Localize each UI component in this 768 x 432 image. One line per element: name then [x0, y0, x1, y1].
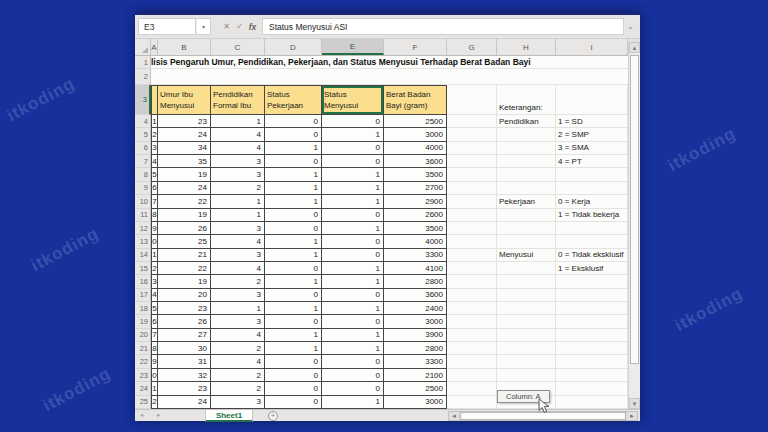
cell-B17[interactable]: 20	[158, 289, 211, 302]
column-header-C[interactable]: C	[211, 39, 265, 55]
cell-H23[interactable]	[497, 369, 556, 382]
cell-G6[interactable]	[447, 142, 497, 155]
cell-I9[interactable]	[556, 182, 628, 195]
cell-E7[interactable]: 0	[322, 155, 384, 168]
cell-G22[interactable]	[447, 355, 497, 368]
cell-I19[interactable]	[556, 315, 628, 328]
cell-C19[interactable]: 3	[211, 315, 265, 328]
cell-G23[interactable]	[447, 369, 497, 382]
cell-A10[interactable]: 7	[151, 195, 158, 208]
cell-E4[interactable]: 0	[322, 115, 384, 128]
cell-F21[interactable]: 2800	[384, 342, 447, 355]
cell-G15[interactable]	[447, 262, 497, 275]
cell-G7[interactable]	[447, 155, 497, 168]
cell-G11[interactable]	[447, 209, 497, 222]
column-header-I[interactable]: I	[556, 39, 628, 55]
cell-I8[interactable]	[556, 168, 628, 181]
cell-D8[interactable]: 1	[265, 168, 322, 181]
cell-A23[interactable]: 0	[151, 369, 158, 382]
cell-row2[interactable]	[151, 69, 628, 85]
cell-E20[interactable]: 1	[322, 329, 384, 342]
cell-F4[interactable]: 2500	[384, 115, 447, 128]
cell-F20[interactable]: 3900	[384, 329, 447, 342]
cell-A17[interactable]: 4	[151, 289, 158, 302]
cell-G16[interactable]	[447, 275, 497, 288]
cell-A18[interactable]: 5	[151, 302, 158, 315]
cell-C15[interactable]: 4	[211, 262, 265, 275]
cell-I10[interactable]: 0 = Kerja	[556, 195, 628, 208]
cell-G13[interactable]	[447, 235, 497, 248]
row-header-20[interactable]: 20	[135, 329, 151, 342]
cell-E25[interactable]: 1	[322, 396, 384, 409]
row-header-4[interactable]: 4	[135, 115, 151, 128]
cell-F9[interactable]: 2700	[384, 182, 447, 195]
cell-B6[interactable]: 34	[158, 142, 211, 155]
cell-E6[interactable]: 0	[322, 142, 384, 155]
cell-H8[interactable]	[497, 168, 556, 181]
cell-C4[interactable]: 1	[211, 115, 265, 128]
cell-D21[interactable]: 1	[265, 342, 322, 355]
cell-E3[interactable]: Status Menyusui	[322, 85, 384, 115]
cell-C23[interactable]: 2	[211, 369, 265, 382]
cell-C20[interactable]: 4	[211, 329, 265, 342]
cell-I18[interactable]	[556, 302, 628, 315]
cell-C16[interactable]: 2	[211, 275, 265, 288]
row-header-13[interactable]: 13	[135, 235, 151, 248]
row-header-7[interactable]: 7	[135, 155, 151, 168]
cell-H10[interactable]: Pekerjaan	[497, 195, 556, 208]
cell-I5[interactable]: 2 = SMP	[556, 128, 628, 141]
cell-B23[interactable]: 32	[158, 369, 211, 382]
cell-H15[interactable]	[497, 262, 556, 275]
row-header-1[interactable]: 1	[135, 56, 151, 69]
insert-function-icon[interactable]: fx	[246, 18, 259, 35]
cell-F15[interactable]: 4100	[384, 262, 447, 275]
cell-I14[interactable]: 0 = Tidak eksklusif	[556, 249, 628, 262]
cell-E11[interactable]: 0	[322, 209, 384, 222]
cell-B21[interactable]: 30	[158, 342, 211, 355]
cell-I16[interactable]	[556, 275, 628, 288]
cell-E19[interactable]: 0	[322, 315, 384, 328]
cell-E24[interactable]: 0	[322, 382, 384, 395]
cell-F12[interactable]: 3500	[384, 222, 447, 235]
cell-C25[interactable]: 3	[211, 396, 265, 409]
cell-F19[interactable]: 3000	[384, 315, 447, 328]
row-header-3[interactable]: 3	[135, 85, 151, 115]
name-box-dropdown-icon[interactable]: ▾	[196, 18, 211, 35]
cell-G3[interactable]	[447, 85, 497, 115]
cell-C11[interactable]: 1	[211, 209, 265, 222]
cell-I7[interactable]: 4 = PT	[556, 155, 628, 168]
cell-C22[interactable]: 4	[211, 355, 265, 368]
cell-D17[interactable]: 0	[265, 289, 322, 302]
cell-C6[interactable]: 4	[211, 142, 265, 155]
cell-F7[interactable]: 3600	[384, 155, 447, 168]
cell-B5[interactable]: 24	[158, 128, 211, 141]
cell-F6[interactable]: 4000	[384, 142, 447, 155]
cell-B16[interactable]: 19	[158, 275, 211, 288]
cell-A8[interactable]: 5	[151, 168, 158, 181]
cell-H13[interactable]	[497, 235, 556, 248]
row-header-12[interactable]: 12	[135, 222, 151, 235]
cell-G8[interactable]	[447, 168, 497, 181]
cell-H14[interactable]: Menyusui	[497, 249, 556, 262]
cell-A13[interactable]: 0	[151, 235, 158, 248]
cell-H6[interactable]	[497, 142, 556, 155]
row-header-15[interactable]: 15	[135, 262, 151, 275]
row-header-9[interactable]: 9	[135, 182, 151, 195]
cell-D7[interactable]: 0	[265, 155, 322, 168]
row-header-5[interactable]: 5	[135, 128, 151, 141]
column-header-G[interactable]: G	[447, 39, 497, 55]
cell-A20[interactable]: 7	[151, 329, 158, 342]
cell-A14[interactable]: 1	[151, 249, 158, 262]
cell-F10[interactable]: 2900	[384, 195, 447, 208]
cell-E18[interactable]: 1	[322, 302, 384, 315]
cell-F14[interactable]: 3300	[384, 249, 447, 262]
cell-C8[interactable]: 3	[211, 168, 265, 181]
cell-H12[interactable]	[497, 222, 556, 235]
cell-D14[interactable]: 1	[265, 249, 322, 262]
cell-G10[interactable]	[447, 195, 497, 208]
cell-A24[interactable]: 1	[151, 382, 158, 395]
cell-B11[interactable]: 19	[158, 209, 211, 222]
cell-E8[interactable]: 1	[322, 168, 384, 181]
column-header-F[interactable]: F	[384, 39, 447, 55]
cell-E17[interactable]: 0	[322, 289, 384, 302]
